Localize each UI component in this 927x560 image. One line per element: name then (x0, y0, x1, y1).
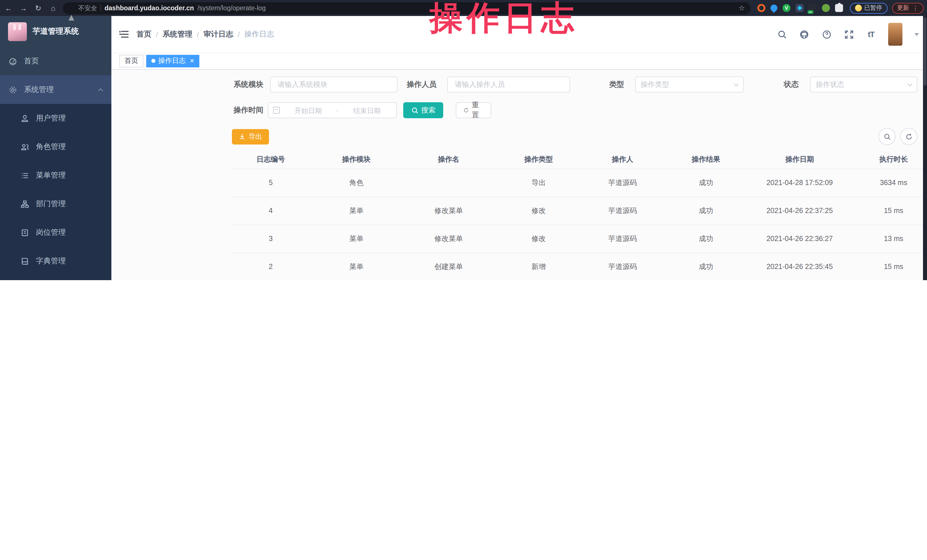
sidebar-collapse-icon[interactable] (119, 31, 129, 38)
table-cell: 菜单 (311, 262, 402, 272)
table-cell: 芋道源码 (582, 206, 663, 216)
address-bar[interactable]: ! 不安全 dashboard.yudao.iocoder.cn /system… (63, 2, 751, 14)
sidebar-item-system[interactable]: 系统管理 (0, 75, 111, 104)
col-header-duration: 执行时长 (851, 155, 927, 164)
sidebar-item-dict[interactable]: 字典管理 (0, 247, 111, 275)
export-button[interactable]: 导出 (232, 129, 269, 144)
operator-input[interactable] (454, 80, 564, 89)
navbar-actions: tT (777, 23, 919, 46)
browser-update-button[interactable]: 更新 ⋮ (892, 3, 924, 14)
post-badge-icon (21, 228, 29, 237)
operate-log-table: 日志编号 操作模块 操作名 操作类型 操作人 操作结果 操作日期 执行时长 操作… (231, 151, 927, 280)
docs-question-icon[interactable] (821, 29, 831, 39)
search-icon[interactable] (777, 29, 787, 39)
col-header-log-id: 日志编号 (231, 155, 311, 164)
table-cell: 2 (231, 263, 311, 271)
table-cell: 修改菜单 (402, 206, 495, 216)
extension-icon-orange[interactable] (757, 4, 765, 12)
filter-row-2: 操作时间 - 搜索 重置 (231, 102, 917, 118)
date-range-picker[interactable]: - (268, 102, 397, 118)
module-label: 系统模块 (234, 79, 263, 90)
search-button[interactable]: 搜索 (403, 102, 443, 118)
avatar-caret-down-icon[interactable] (915, 33, 919, 36)
breadcrumb-home[interactable]: 首页 (137, 29, 151, 39)
extension-icon-pin[interactable] (769, 3, 779, 13)
breadcrumb-system[interactable]: 系统管理 (163, 29, 192, 39)
status-select-placeholder: 操作状态 (816, 80, 908, 90)
system-submenu: 用户管理 角色管理 菜单管理 部门管理 (0, 104, 111, 280)
url-divider (100, 5, 101, 11)
table-cell: 芋道源码 (582, 262, 663, 272)
app-title: 芋道管理系统 (33, 26, 79, 36)
table-cell: 5 (231, 179, 311, 187)
search-button-label: 搜索 (421, 105, 436, 115)
sidebar-item-roles[interactable]: 角色管理 (0, 132, 111, 161)
table-cell: 4 (231, 207, 311, 215)
browser-home-button[interactable]: ⌂ (48, 4, 58, 12)
chevron-up-icon (98, 88, 103, 93)
table-cell: 芋道源码 (582, 178, 663, 188)
sidebar: 芋道管理系统 首页 系统管理 用户管理 (0, 16, 111, 280)
extension-icon-green-v[interactable]: V (783, 4, 790, 12)
page-scrollbar[interactable] (923, 16, 927, 280)
extension-icon-dark-on[interactable]: on (809, 4, 817, 12)
sidebar-item-menus[interactable]: 菜单管理 (0, 161, 111, 190)
col-header-result: 操作结果 (663, 155, 749, 164)
time-label: 操作时间 (234, 105, 263, 115)
sidebar-logo[interactable]: 芋道管理系统 (0, 16, 111, 47)
table-row: 2菜单创建菜单新增芋道源码成功2021-04-26 22:35:4515 ms详… (231, 253, 927, 280)
github-icon[interactable] (799, 29, 809, 39)
fullscreen-icon[interactable] (843, 29, 854, 39)
status-select[interactable]: 操作状态 (810, 76, 917, 93)
sidebar-item-posts[interactable]: 岗位管理 (0, 218, 111, 247)
table-cell: 3 (231, 235, 311, 243)
profile-paused-chip[interactable]: 已暂停 (850, 3, 887, 14)
range-separator: - (336, 107, 339, 114)
browser-reload-button[interactable]: ↻ (33, 4, 43, 12)
table-cell: 15 ms (851, 263, 927, 271)
type-select[interactable]: 操作类型 (635, 76, 744, 93)
users-icon (21, 143, 29, 151)
user-avatar[interactable] (888, 23, 903, 46)
security-label: 不安全 (78, 4, 97, 12)
main-area: 首页 / 系统管理 / 审计日志 / 操作日志 tT (111, 16, 927, 280)
end-date-input[interactable] (342, 106, 392, 115)
sidebar-item-home[interactable]: 首页 (0, 47, 111, 75)
menu-list-icon (21, 171, 29, 180)
extensions-area: V on (755, 4, 845, 12)
reset-button[interactable]: 重置 (456, 102, 491, 118)
show-search-toggle-button[interactable] (878, 128, 896, 145)
tags-view-bar: 首页 操作日志 ✕ (111, 53, 927, 70)
browser-back-button[interactable]: ← (3, 4, 14, 12)
chevron-down-icon (734, 81, 739, 86)
table-cell: 成功 (663, 178, 749, 188)
extensions-puzzle-icon[interactable] (835, 4, 843, 12)
table-body: 5角色导出芋道源码成功2021-04-28 17:52:093634 ms详细4… (231, 169, 927, 280)
extension-icon-leaf[interactable] (822, 4, 830, 12)
module-input[interactable] (277, 80, 392, 89)
extension-icon-blue-diamond[interactable] (796, 4, 804, 12)
type-select-placeholder: 操作类型 (641, 80, 734, 90)
breadcrumb-audit[interactable]: 审计日志 (204, 29, 233, 39)
bookmark-star-icon[interactable]: ☆ (739, 4, 745, 12)
breadcrumb-separator: / (238, 30, 240, 39)
table-cell: 菜单 (311, 206, 402, 216)
start-date-input[interactable] (283, 106, 333, 115)
browser-menu-icon[interactable]: ⋮ (912, 5, 918, 11)
user-icon (21, 114, 29, 123)
refresh-button[interactable] (900, 128, 917, 145)
sidebar-item-notice[interactable]: 通知公告 (0, 275, 111, 280)
tab-close-icon[interactable]: ✕ (190, 58, 195, 64)
type-label: 类型 (609, 79, 624, 90)
col-header-module: 操作模块 (311, 155, 402, 164)
table-cell: 15 ms (851, 207, 927, 215)
tab-operate-log[interactable]: 操作日志 ✕ (146, 55, 200, 67)
sidebar-item-depts[interactable]: 部门管理 (0, 190, 111, 218)
sidebar-item-users[interactable]: 用户管理 (0, 104, 111, 132)
org-tree-icon (21, 200, 29, 208)
browser-forward-button[interactable]: → (18, 4, 29, 12)
font-size-icon[interactable]: tT (866, 29, 876, 39)
tab-home[interactable]: 首页 (119, 55, 143, 67)
breadcrumb-separator: / (156, 30, 158, 39)
app-window: 操作日志 ← → ↻ ⌂ ! 不安全 dashboard.yudao.iocod… (0, 0, 927, 280)
